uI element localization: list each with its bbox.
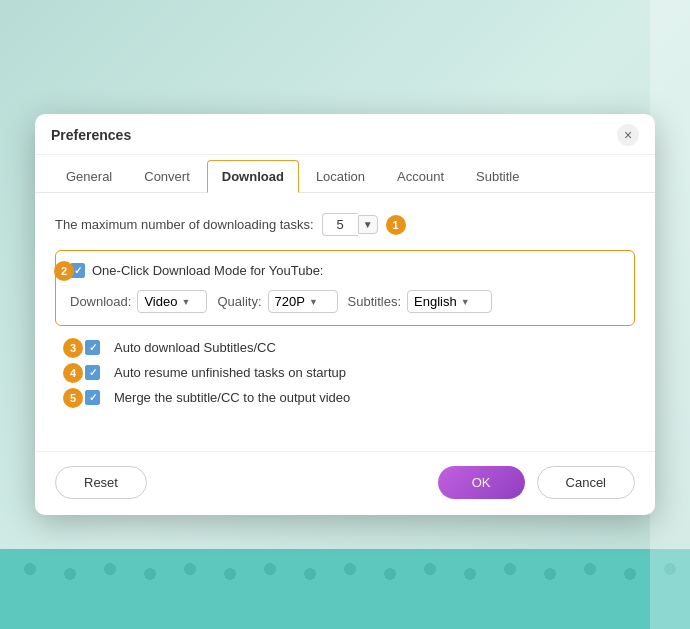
- max-tasks-row: The maximum number of downloading tasks:…: [55, 213, 635, 236]
- dialog-title: Preferences: [51, 127, 131, 143]
- dialog-content: The maximum number of downloading tasks:…: [35, 193, 655, 431]
- step-badge-1: 1: [386, 215, 406, 235]
- right-panel-decoration: [650, 0, 690, 629]
- tab-general[interactable]: General: [51, 160, 127, 193]
- reset-button[interactable]: Reset: [55, 466, 147, 499]
- one-click-controls: Download: Video ▼ Quality: 720P ▼ Subtit…: [70, 290, 620, 313]
- tab-account[interactable]: Account: [382, 160, 459, 193]
- tab-bar: General Convert Download Location Accoun…: [35, 159, 655, 193]
- download-type-group: Download: Video ▼: [70, 290, 207, 313]
- dialog-titlebar: Preferences ×: [35, 114, 655, 155]
- tab-subtitle[interactable]: Subtitle: [461, 160, 534, 193]
- option-4-row: 4 Auto resume unfinished tasks on startu…: [55, 365, 635, 380]
- tab-download[interactable]: Download: [207, 160, 299, 193]
- ok-button[interactable]: OK: [438, 466, 525, 499]
- step-badge-3: 3: [63, 338, 83, 358]
- max-tasks-label: The maximum number of downloading tasks:: [55, 217, 314, 232]
- auto-subtitles-checkbox[interactable]: [85, 340, 100, 355]
- option-5-row: 5 Merge the subtitle/CC to the output vi…: [55, 390, 635, 405]
- quality-value: 720P: [275, 294, 305, 309]
- merge-subtitle-label: Merge the subtitle/CC to the output vide…: [114, 390, 350, 405]
- dialog-footer: Reset OK Cancel: [35, 451, 655, 515]
- one-click-header: One-Click Download Mode for YouTube:: [70, 263, 620, 278]
- merge-subtitle-checkbox[interactable]: [85, 390, 100, 405]
- preferences-dialog: Preferences × General Convert Download L…: [35, 114, 655, 515]
- quality-select[interactable]: 720P ▼: [268, 290, 338, 313]
- quality-group: Quality: 720P ▼: [217, 290, 337, 313]
- close-button[interactable]: ×: [617, 124, 639, 146]
- auto-subtitles-label: Auto download Subtitles/CC: [114, 340, 276, 355]
- tab-convert[interactable]: Convert: [129, 160, 205, 193]
- download-label: Download:: [70, 294, 131, 309]
- tab-location[interactable]: Location: [301, 160, 380, 193]
- quality-label: Quality:: [217, 294, 261, 309]
- one-click-label: One-Click Download Mode for YouTube:: [92, 263, 323, 278]
- download-type-value: Video: [144, 294, 177, 309]
- balls-decoration: [0, 549, 690, 629]
- step-badge-5: 5: [63, 388, 83, 408]
- option-3-row: 3 Auto download Subtitles/CC: [55, 340, 635, 355]
- auto-resume-checkbox[interactable]: [85, 365, 100, 380]
- quality-arrow: ▼: [309, 297, 318, 307]
- max-tasks-control: ▼: [322, 213, 378, 236]
- subtitles-group: Subtitles: English ▼: [348, 290, 492, 313]
- subtitles-select[interactable]: English ▼: [407, 290, 492, 313]
- max-tasks-input[interactable]: [322, 213, 358, 236]
- max-tasks-dropdown-arrow[interactable]: ▼: [358, 215, 378, 234]
- step-badge-2: 2: [54, 261, 74, 281]
- download-type-select[interactable]: Video ▼: [137, 290, 207, 313]
- subtitles-arrow: ▼: [461, 297, 470, 307]
- subtitles-value: English: [414, 294, 457, 309]
- auto-resume-label: Auto resume unfinished tasks on startup: [114, 365, 346, 380]
- subtitles-label: Subtitles:: [348, 294, 401, 309]
- footer-right-buttons: OK Cancel: [438, 466, 635, 499]
- download-type-arrow: ▼: [181, 297, 190, 307]
- step-badge-4: 4: [63, 363, 83, 383]
- one-click-box: 2 One-Click Download Mode for YouTube: D…: [55, 250, 635, 326]
- cancel-button[interactable]: Cancel: [537, 466, 635, 499]
